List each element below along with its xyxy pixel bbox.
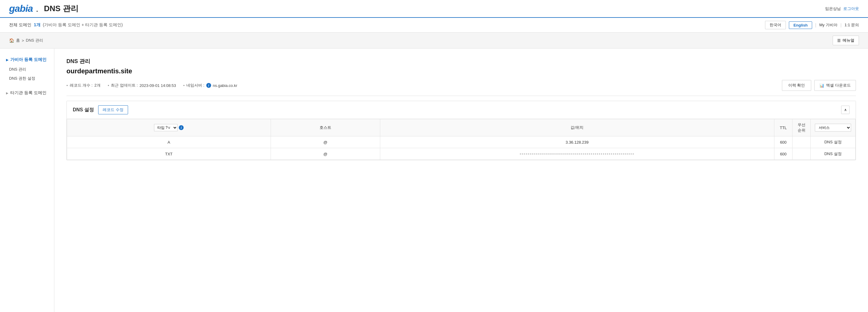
sidebar-gabia-label: 가비아 등록 도메인 (10, 57, 46, 63)
sidebar-section-external: ▶ 타기관 등록 도메인 (0, 88, 54, 98)
page-title-header: DNS 관리 (44, 3, 78, 14)
type-select-dropdown[interactable]: 타입 ?∨ A TXT CNAME MX (154, 124, 178, 131)
domain-subtitle: (가비아 등록 도메인 + 타기관 등록 도메인) (43, 22, 123, 28)
collapse-icon: ∧ (844, 108, 847, 112)
type-filter[interactable]: 타입 ?∨ A TXT CNAME MX i (71, 124, 267, 131)
divider: | (815, 23, 816, 28)
row2-ttl: 600 (774, 148, 793, 160)
logout-link[interactable]: 로그아웃 (843, 6, 859, 11)
my-gabia-link[interactable]: My 가비아 (819, 22, 837, 28)
record-count-label: 레코드 개수 : (70, 83, 93, 88)
row2-service: DNS 설정 (811, 148, 856, 160)
menu-label: 메뉴얼 (843, 38, 855, 43)
update-label: 최근 업데이트 : (111, 83, 138, 88)
menu-button[interactable]: ☰ 메뉴얼 (833, 36, 859, 45)
row2-host: @ (271, 148, 380, 160)
info-icon: i (206, 83, 211, 88)
update-value: 2023-09-01 14:08:53 (140, 83, 176, 88)
content-title: DNS 관리 (66, 58, 856, 65)
dns-section: DNS 설정 레코드 수정 ∧ 타입 ?∨ A (66, 101, 856, 160)
sidebar-section-gabia: ▶ 가비아 등록 도메인 DNS 관리 DNS 권한 설정 (0, 55, 54, 83)
sidebar-arrow-external: ▶ (6, 92, 8, 95)
nameserver-label: 네임서버 : (186, 83, 204, 88)
excel-label: 엑셀 다운로드 (826, 83, 851, 88)
service-select-dropdown[interactable]: 서비스 DNS 설정 메일 설정 기타 (815, 124, 851, 132)
main-layout: ▶ 가비아 등록 도메인 DNS 관리 DNS 권한 설정 ▶ 타기관 등록 도… (0, 48, 868, 312)
sub-header: 전체 도메인 1개 (가비아 등록 도메인 + 타기관 등록 도메인) 한국어 … (0, 18, 868, 33)
action-buttons: 이력 확인 📊 엑셀 다운로드 (782, 80, 856, 91)
breadcrumb-current: DNS 관리 (26, 38, 43, 43)
th-host: 호스트 (271, 119, 380, 136)
type-info-icon: i (179, 125, 184, 130)
sidebar-external-label: 타기관 등록 도메인 (10, 90, 46, 96)
sidebar-section-gabia-title[interactable]: ▶ 가비아 등록 도메인 (0, 55, 54, 65)
domain-info: 전체 도메인 1개 (가비아 등록 도메인 + 타기관 등록 도메인) (9, 22, 123, 28)
lang-korean-btn[interactable]: 한국어 (765, 21, 786, 29)
record-count-value: 2개 (94, 83, 100, 88)
row1-type: A (67, 136, 271, 148)
domain-meta: • 레코드 개수 : 2개 • 최근 업데이트 : 2023-09-01 14:… (66, 80, 856, 96)
breadcrumb-separator: > (22, 38, 24, 43)
meta-record-count: • 레코드 개수 : 2개 (66, 83, 100, 88)
domain-count: 1개 (34, 22, 40, 28)
divider2: | (840, 23, 842, 28)
breadcrumb: 🏠 홈 > DNS 관리 (9, 38, 43, 43)
dns-section-title: DNS 설정 레코드 수정 (73, 105, 128, 114)
row1-priority (793, 136, 811, 148)
table-row: A @ 3.36.128.239 600 (67, 136, 856, 148)
th-value: 값/위치 (380, 119, 774, 136)
row2-type: TXT (67, 148, 271, 160)
row2-value-blurred: ••••••••••••••••••••••••••••••••••••••••… (520, 152, 634, 156)
sidebar-section-external-title[interactable]: ▶ 타기관 등록 도메인 (0, 88, 54, 98)
menu-icon: ☰ (837, 38, 841, 43)
lang-english-btn[interactable]: English (789, 22, 812, 29)
content-area: DNS 관리 ourdepartmentis.site • 레코드 개수 : 2… (54, 48, 868, 312)
meta-nameserver: • 네임서버 : i ns.gabia.co.kr (183, 83, 238, 88)
logo-area: gabia . DNS 관리 (9, 3, 79, 14)
row2-value: ••••••••••••••••••••••••••••••••••••••••… (380, 148, 774, 160)
breadcrumb-bar: 🏠 홈 > DNS 관리 ☰ 메뉴얼 (0, 33, 868, 48)
table-row: TXT @ ••••••••••••••••••••••••••••••••••… (67, 148, 856, 160)
user-area: 임은상님 로그아웃 (825, 6, 859, 11)
row1-host: @ (271, 136, 380, 148)
collapse-button[interactable]: ∧ (841, 106, 849, 114)
domain-label: 전체 도메인 (9, 22, 31, 28)
sidebar-item-dns-manage[interactable]: DNS 관리 (0, 65, 54, 74)
sidebar: ▶ 가비아 등록 도메인 DNS 관리 DNS 권한 설정 ▶ 타기관 등록 도… (0, 48, 54, 312)
lang-area: 한국어 English | My 가비아 | 1:1 문의 (765, 21, 859, 29)
record-edit-button[interactable]: 레코드 수정 (98, 105, 128, 114)
row1-ttl: 600 (774, 136, 793, 148)
th-priority: 우선 순위 (793, 119, 811, 136)
domain-name: ourdepartmentis.site (66, 67, 856, 75)
dns-title-text: DNS 설정 (73, 107, 94, 113)
contact-link[interactable]: 1:1 문의 (844, 22, 859, 28)
history-button[interactable]: 이력 확인 (782, 80, 811, 91)
table-header-row: 타입 ?∨ A TXT CNAME MX i 호스트 (67, 119, 856, 136)
top-header: gabia . DNS 관리 임은상님 로그아웃 (0, 0, 868, 18)
excel-icon: 📊 (819, 83, 824, 88)
row1-service: DNS 설정 (811, 136, 856, 148)
dns-section-header: DNS 설정 레코드 수정 ∧ (67, 101, 856, 119)
th-type: 타입 ?∨ A TXT CNAME MX i (67, 119, 271, 136)
user-name: 임은상님 (825, 6, 841, 11)
logo-text: gabia (9, 3, 33, 14)
meta-update: • 최근 업데이트 : 2023-09-01 14:08:53 (108, 83, 176, 88)
row1-value: 3.36.128.239 (380, 136, 774, 148)
sidebar-arrow-gabia: ▶ (6, 58, 8, 62)
sidebar-item-dns-auth[interactable]: DNS 권한 설정 (0, 74, 54, 83)
th-service: 서비스 DNS 설정 메일 설정 기타 (811, 119, 856, 136)
th-ttl: TTL (774, 119, 793, 136)
nameserver-value: ns.gabia.co.kr (213, 83, 238, 88)
row2-priority (793, 148, 811, 160)
logo-dot: . (36, 3, 39, 14)
home-icon: 🏠 (9, 38, 14, 43)
dns-table: 타입 ?∨ A TXT CNAME MX i 호스트 (67, 119, 856, 160)
breadcrumb-home: 홈 (16, 38, 20, 43)
excel-button[interactable]: 📊 엑셀 다운로드 (814, 80, 856, 91)
